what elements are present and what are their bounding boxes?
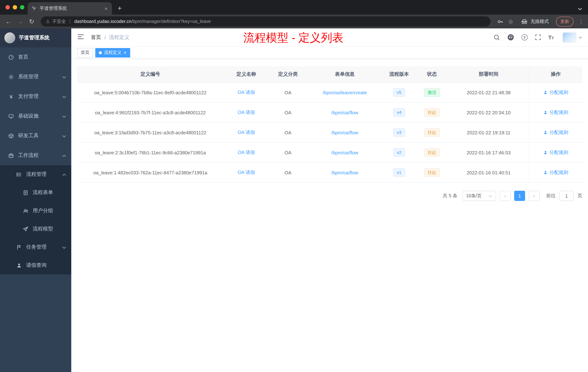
goto-page-input[interactable] <box>559 191 574 201</box>
sidebar-logo[interactable]: 芋道管理系统 <box>0 28 71 47</box>
browser-tab[interactable]: 芋道管理系统 × <box>28 2 112 15</box>
user-icon <box>543 130 548 135</box>
browser-menu-icon[interactable]: ⋮ <box>578 18 584 25</box>
page-size-value: 10条/页 <box>466 193 482 199</box>
close-window-button[interactable] <box>5 5 10 10</box>
version-badge: v4 <box>393 108 405 117</box>
assign-rule-link[interactable]: 分配规则 <box>543 89 568 96</box>
minimize-window-button[interactable] <box>13 5 17 10</box>
user-icon <box>543 90 548 95</box>
logo-avatar <box>4 33 15 43</box>
tab-close-icon[interactable]: × <box>104 5 108 11</box>
chrome-update-button[interactable]: 更新 <box>556 17 573 26</box>
sidebar-item-workflow[interactable]: 工作流程 <box>0 146 71 165</box>
browser-window: 芋道管理系统 × + ← → ↻ ⚠ 不安全 dashboard.yudao.i… <box>0 0 588 372</box>
cell-category: OA <box>269 82 307 102</box>
new-tab-button[interactable]: + <box>115 3 124 13</box>
form-info-link[interactable]: /bpm/oa/leave/create <box>323 90 367 95</box>
zoom-window-button[interactable] <box>20 5 24 10</box>
sidebar-item-label: 研发工具 <box>18 132 39 139</box>
column-header-id: 定义编号 <box>77 66 224 82</box>
sidebar-item-payment[interactable]: ¥ 支付管理 <box>0 87 71 106</box>
status-badge: 挂起 <box>424 128 440 137</box>
cell-definition-id: oa_leave:4:991f2193-7b7f-11ec-a3c8-acde4… <box>77 102 224 122</box>
cell-definition-id: oa_leave:3:1fad3d93-7b75-11ec-a3c8-acde4… <box>77 122 224 142</box>
help-icon[interactable]: ? <box>521 34 527 40</box>
user-icon <box>543 110 548 115</box>
sidebar-item-process-management[interactable]: 流程管理 <box>0 165 71 184</box>
tab-strip: 芋道管理系统 × + <box>0 0 588 15</box>
definition-name-link[interactable]: OA 请假 <box>238 150 255 155</box>
sidebar-item-task-management[interactable]: 任务管理 <box>0 238 71 256</box>
definition-name-link[interactable]: OA 请假 <box>238 130 255 135</box>
form-info-link[interactable]: /bpm/oa/flow <box>331 170 358 175</box>
user-avatar-menu[interactable] <box>563 32 582 42</box>
fullscreen-icon[interactable] <box>535 34 541 40</box>
sidebar-item-label: 首页 <box>18 54 28 60</box>
address-bar[interactable]: ⚠ 不安全 dashboard.yudao.iocoder.cn/bpm/man… <box>41 16 490 27</box>
assign-rule-link[interactable]: 分配规则 <box>543 109 568 116</box>
sidebar-item-label: 系统管理 <box>18 74 39 80</box>
paper-plane-icon <box>22 226 29 232</box>
bookmark-star-icon[interactable]: ☆ <box>508 18 514 25</box>
form-info-link[interactable]: /bpm/oa/flow <box>331 130 358 135</box>
form-info-link[interactable]: /bpm/oa/flow <box>331 150 358 155</box>
sidebar-item-leave-query[interactable]: 请假查询 <box>0 256 71 274</box>
sidebar-item-label: 请假查询 <box>26 262 47 269</box>
definition-name-link[interactable]: OA 请假 <box>238 109 255 115</box>
sidebar-item-system[interactable]: 系统管理 <box>0 67 71 87</box>
sidebar-item-process-model[interactable]: 流程模型 <box>0 220 71 238</box>
breadcrumb-home[interactable]: 首页 <box>91 34 101 41</box>
sidebar-item-infrastructure[interactable]: 基础设施 <box>0 106 71 126</box>
next-page-button[interactable]: › <box>529 191 540 201</box>
sidebar: 芋道管理系统 首页 系统管理 ¥ 支付管理 基础设施 <box>0 28 71 372</box>
tag-process-definition[interactable]: 流程定义 × <box>95 48 130 57</box>
column-header-status: 状态 <box>415 66 448 82</box>
gear-icon <box>8 74 14 80</box>
table-row: oa_leave:4:991f2193-7b7f-11ec-a3c8-acde4… <box>77 102 582 122</box>
hamburger-icon[interactable] <box>77 34 84 41</box>
address-divider <box>70 19 70 24</box>
font-size-icon[interactable]: TT <box>548 34 554 40</box>
chevron-down-icon <box>62 133 66 139</box>
sidebar-item-label: 任务管理 <box>26 244 47 251</box>
sidebar-item-home[interactable]: 首页 <box>0 47 71 67</box>
reload-button[interactable]: ↻ <box>27 18 36 25</box>
user-icon <box>543 170 548 175</box>
goto-label: 前往 <box>546 193 556 199</box>
assign-rule-link[interactable]: 分配规则 <box>543 129 568 136</box>
avatar[interactable] <box>563 32 576 42</box>
cell-deploy-time: 2022-01-22 20:34:10 <box>448 102 529 122</box>
page-size-select[interactable]: 10条/页 <box>462 191 496 201</box>
sidebar-item-user-group[interactable]: 用户分组 <box>0 202 71 220</box>
incognito-icon <box>521 19 528 24</box>
tag-close-icon[interactable]: × <box>124 50 126 55</box>
definition-name-link[interactable]: OA 请假 <box>238 89 255 95</box>
search-icon[interactable] <box>493 34 500 41</box>
security-label[interactable]: 不安全 <box>52 18 66 25</box>
back-button[interactable]: ← <box>4 18 13 25</box>
sidebar-item-devtools[interactable]: 研发工具 <box>0 126 71 146</box>
definition-name-link[interactable]: OA 请假 <box>238 170 255 175</box>
assign-rule-link[interactable]: 分配规则 <box>543 169 568 176</box>
cell-deploy-time: 2022-01-16 01:40:51 <box>448 163 529 183</box>
page-number-button[interactable]: 1 <box>514 191 525 201</box>
cell-category: OA <box>269 122 307 142</box>
url-text[interactable]: dashboard.yudao.iocoder.cn/bpm/manager/d… <box>74 19 211 24</box>
cell-deploy-time: 2022-01-16 17:46:53 <box>448 142 529 163</box>
status-badge: 挂起 <box>424 148 440 157</box>
url-domain: dashboard.yudao.iocoder.cn <box>74 19 131 24</box>
password-key-icon[interactable] <box>497 18 503 25</box>
assign-rule-link[interactable]: 分配规则 <box>543 149 568 156</box>
chevron-down-icon <box>62 244 66 250</box>
sidebar-item-process-form[interactable]: 流程表单 <box>0 184 71 202</box>
form-info-link[interactable]: /bpm/oa/flow <box>331 110 358 115</box>
toolbar-icons: ☆ <box>497 18 514 25</box>
status-badge: 激活 <box>424 88 440 97</box>
chevron-up-icon <box>62 153 66 158</box>
github-icon[interactable] <box>507 34 514 41</box>
tag-home[interactable]: 首页 <box>77 48 93 57</box>
forward-button[interactable]: → <box>15 18 25 25</box>
tab-search-chevron-icon[interactable] <box>578 5 582 12</box>
prev-page-button[interactable]: ‹ <box>500 191 511 201</box>
